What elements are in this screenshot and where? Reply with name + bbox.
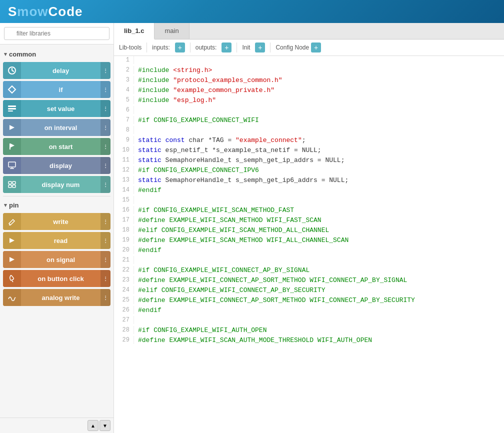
line-number: 26	[114, 306, 134, 314]
token-pp: #include	[138, 66, 169, 74]
sidebar-scroll[interactable]: ▾ common delay ⋮ if ⋮	[0, 44, 114, 418]
scroll-down-button[interactable]: ▼	[100, 420, 110, 431]
filter-input[interactable]	[4, 27, 110, 40]
code-line-18: 18#elif CONFIG_EXAMPLE_WIFI_SCAN_METHOD_…	[114, 226, 504, 236]
block-analog-write[interactable]: analog write ⋮	[3, 289, 110, 306]
line-number: 14	[114, 186, 134, 194]
token-str: "example_common_private.h"	[173, 86, 274, 94]
token-pp: #if CONFIG_EXAMPLE_WIFI_SCAN_METHOD_FAST	[138, 206, 294, 214]
section-common[interactable]: ▾ common	[3, 48, 110, 60]
line-code[interactable]: #endif	[138, 246, 504, 254]
token-kw: static	[138, 156, 162, 164]
line-code[interactable]: #if CONFIG_EXAMPLE_CONNECT_IPV6	[138, 166, 504, 174]
line-code[interactable]: #endif	[138, 306, 504, 314]
line-code[interactable]: #define EXAMPLE_WIFI_SCAN_METHOD WIFI_FA…	[138, 216, 504, 224]
svg-rect-8	[10, 144, 10, 150]
line-code[interactable]	[138, 106, 504, 114]
token-pp: #endif	[138, 306, 162, 314]
block-on-start-label: on start	[21, 143, 100, 150]
on-signal-handle: ⋮	[100, 251, 110, 268]
set-value-handle: ⋮	[100, 100, 110, 117]
token-pp: #if CONFIG_EXAMPLE_WIFI_AUTH_OPEN	[138, 326, 266, 334]
token-pp: #define EXAMPLE_WIFI_CONNECT_AP_SORT_MET…	[138, 296, 415, 304]
section-divider	[3, 196, 110, 196]
line-code[interactable]: #include <string.h>	[138, 66, 504, 74]
if-handle: ⋮	[100, 81, 110, 98]
tab-main[interactable]: main	[154, 23, 189, 39]
main-layout: 🔍 ▾ common delay ⋮	[0, 23, 504, 433]
section-pin[interactable]: ▾ pin	[3, 200, 110, 211]
app-header: SmowCode	[0, 0, 504, 23]
line-code[interactable]	[138, 196, 504, 204]
code-line-21: 21	[114, 256, 504, 266]
line-code[interactable]: #include "protocol_examples_common.h"	[138, 76, 504, 84]
block-display-label: display	[21, 162, 100, 170]
line-number: 13	[114, 176, 134, 184]
line-code[interactable]: #define EXAMPLE_WIFI_SCAN_METHOD WIFI_AL…	[138, 236, 504, 244]
line-code[interactable]: #elif CONFIG_EXAMPLE_WIFI_SCAN_METHOD_AL…	[138, 226, 504, 234]
line-code[interactable]: #if CONFIG_EXAMPLE_WIFI_AUTH_OPEN	[138, 326, 504, 334]
block-if[interactable]: if ⋮	[3, 81, 110, 98]
init-add-button[interactable]: +	[255, 42, 265, 52]
block-on-start[interactable]: on start ⋮	[3, 138, 110, 155]
line-code[interactable]: static esp_netif_t *s_example_sta_netif …	[138, 146, 504, 154]
chevron-down-icon: ▾	[4, 51, 7, 58]
line-code[interactable]: #elif CONFIG_EXAMPLE_WIFI_CONNECT_AP_BY_…	[138, 286, 504, 294]
scroll-up-button[interactable]: ▲	[88, 420, 98, 431]
block-on-button-click[interactable]: on button click ⋮	[3, 270, 110, 287]
config-node-group: Config Node +	[276, 42, 321, 52]
code-line-8: 8	[114, 126, 504, 136]
svg-marker-19	[10, 257, 14, 262]
block-on-interval[interactable]: on interval ⋮	[3, 119, 110, 136]
token-normal: esp_netif_t *s_example_sta_netif = NULL;	[162, 146, 322, 154]
code-line-26: 26#endif	[114, 306, 504, 316]
code-line-1: 1	[114, 56, 504, 66]
line-code[interactable]: #define EXAMPLE_WIFI_CONNECT_AP_SORT_MET…	[138, 296, 504, 304]
display-icon	[3, 157, 21, 174]
tab-lib1c[interactable]: lib_1.c	[114, 23, 154, 40]
block-write[interactable]: write ⋮	[3, 213, 110, 230]
svg-rect-10	[8, 162, 16, 167]
code-line-2: 2#include <string.h>	[114, 66, 504, 76]
config-node-add-button[interactable]: +	[311, 42, 321, 52]
block-display-num[interactable]: display num ⋮	[3, 176, 110, 193]
inputs-add-button[interactable]: +	[175, 42, 185, 52]
delay-icon	[3, 62, 21, 79]
block-read[interactable]: read ⋮	[3, 232, 110, 249]
token-pp: #endif	[138, 186, 162, 194]
sidebar: 🔍 ▾ common delay ⋮	[0, 23, 114, 433]
line-code[interactable]: static SemaphoreHandle_t s_semph_get_ip_…	[138, 156, 504, 164]
line-code[interactable]: #if CONFIG_EXAMPLE_WIFI_CONNECT_AP_BY_SI…	[138, 266, 504, 274]
toolbar-sep-2	[190, 42, 190, 52]
code-editor[interactable]: 1 2#include <string.h>3#include "protoco…	[114, 56, 504, 433]
line-code[interactable]: #if CONFIG_EXAMPLE_WIFI_SCAN_METHOD_FAST	[138, 206, 504, 214]
line-code[interactable]: static SemaphoreHandle_t s_semph_get_ip6…	[138, 176, 504, 184]
line-code[interactable]	[138, 126, 504, 134]
code-line-28: 28#if CONFIG_EXAMPLE_WIFI_AUTH_OPEN	[114, 326, 504, 336]
line-code[interactable]: #define EXAMPLE_WIFI_SCAN_AUTH_MODE_THRE…	[138, 336, 504, 344]
filter-bar: 🔍	[0, 23, 114, 44]
block-on-signal[interactable]: on signal ⋮	[3, 251, 110, 268]
line-code[interactable]: #include "example_common_private.h"	[138, 86, 504, 94]
code-line-9: 9static const char *TAG = "example_conne…	[114, 136, 504, 146]
line-code[interactable]	[138, 56, 504, 64]
outputs-add-button[interactable]: +	[222, 42, 232, 52]
line-code[interactable]: #if CONFIG_EXAMPLE_CONNECT_WIFI	[138, 116, 504, 124]
line-code[interactable]: #endif	[138, 186, 504, 194]
line-code[interactable]	[138, 256, 504, 264]
toolbar: Lib-tools inputs: + outputs: + Init + Co…	[114, 40, 504, 56]
line-code[interactable]: #include "esp_log.h"	[138, 96, 504, 104]
line-code[interactable]	[138, 316, 504, 324]
block-delay-label: delay	[21, 67, 100, 74]
line-number: 20	[114, 246, 134, 254]
line-number: 2	[114, 66, 134, 74]
line-code[interactable]: static const char *TAG = "example_connec…	[138, 136, 504, 144]
token-pp: #endif	[138, 246, 162, 254]
line-code[interactable]: #define EXAMPLE_WIFI_CONNECT_AP_SORT_MET…	[138, 276, 504, 284]
block-display[interactable]: display ⋮	[3, 157, 110, 174]
block-set-value[interactable]: set value ⋮	[3, 100, 110, 117]
token-pp: #include	[138, 96, 169, 104]
token-pp: #define EXAMPLE_WIFI_SCAN_METHOD WIFI_FA…	[138, 216, 322, 224]
code-line-3: 3#include "protocol_examples_common.h"	[114, 76, 504, 86]
block-delay[interactable]: delay ⋮	[3, 62, 110, 79]
